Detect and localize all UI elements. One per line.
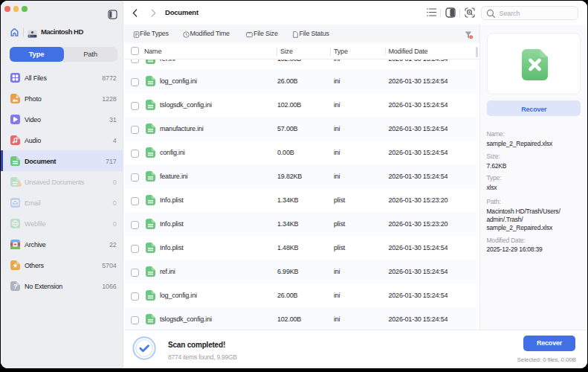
svg-text:?: ?	[13, 283, 17, 290]
